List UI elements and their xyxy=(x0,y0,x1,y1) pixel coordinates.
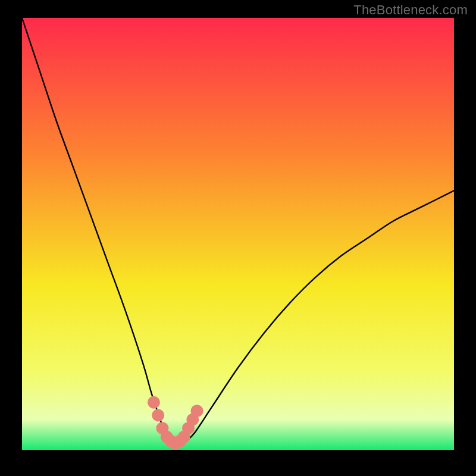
fit-marker xyxy=(148,396,160,409)
plot-area xyxy=(22,18,454,450)
watermark-text: TheBottleneck.com xyxy=(353,2,468,18)
chart-svg xyxy=(22,18,454,450)
fit-marker xyxy=(191,405,203,417)
chart-frame: TheBottleneck.com xyxy=(0,0,476,476)
fit-marker xyxy=(152,409,164,421)
gradient-bg xyxy=(22,18,454,450)
